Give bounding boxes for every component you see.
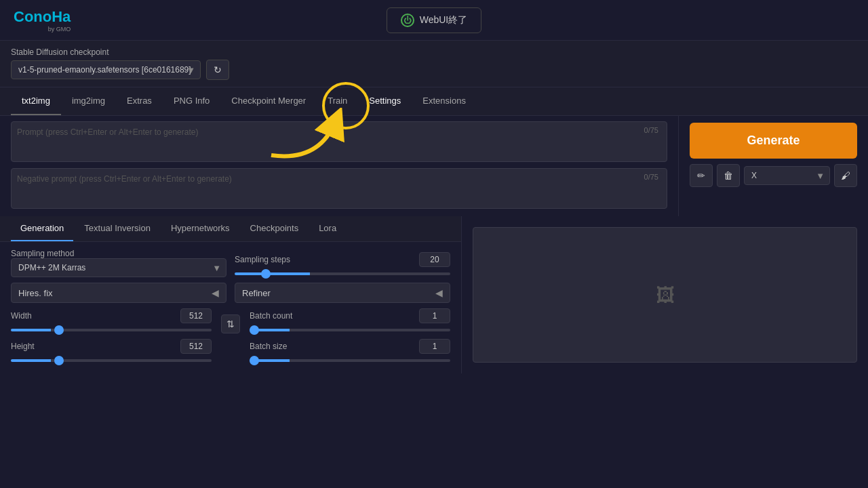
edit-icon: ✏: [697, 170, 705, 181]
width-batchcount-row: Width 512 ⇅ Batch count 1: [11, 308, 450, 333]
sampling-steps-value[interactable]: 20: [419, 252, 450, 267]
sampling-steps-group: Sampling steps 20: [235, 252, 450, 277]
height-batchsize-row: Height 512 Batch size 1: [11, 339, 450, 364]
style-select-wrapper: X ▼: [744, 166, 830, 185]
btab-checkpoints[interactable]: Checkpoints: [241, 216, 309, 241]
btab-textual-inversion[interactable]: Textual Inversion: [75, 216, 160, 241]
refiner-label: Refiner: [242, 288, 271, 298]
height-value[interactable]: 512: [180, 339, 212, 354]
batch-count-value[interactable]: 1: [419, 308, 450, 323]
batch-size-group: Batch size 1: [250, 339, 450, 364]
generate-button[interactable]: Generate: [690, 123, 857, 159]
style-select[interactable]: X: [744, 166, 830, 185]
width-value[interactable]: 512: [180, 308, 212, 323]
sampling-method-select[interactable]: DPM++ 2M Karras: [11, 258, 226, 277]
power-icon: ⏻: [401, 14, 414, 27]
webui-label: WebUI終了: [420, 14, 468, 26]
sampling-steps-slider[interactable]: [235, 272, 450, 275]
main-tabs-row: txt2img img2img Extras PNG Info Checkpoi…: [0, 87, 868, 116]
positive-prompt-counter: 0/75: [641, 125, 662, 135]
right-panel: Generate ✏ 🗑 X ▼ 🖌: [678, 116, 868, 216]
hires-fix-toggle-btn[interactable]: ◀: [212, 287, 219, 298]
hires-fix-toggle[interactable]: Hires. fix ◀: [11, 283, 226, 303]
width-group: Width 512: [11, 308, 212, 333]
refiner-toggle-btn[interactable]: ◀: [435, 287, 443, 298]
logo-conoha: ConoHa: [14, 8, 71, 25]
sampling-method-label: Sampling method: [11, 249, 226, 258]
batch-size-slider[interactable]: [250, 359, 450, 362]
batch-count-slider[interactable]: [250, 329, 450, 331]
tab-train[interactable]: Train: [317, 87, 358, 115]
tab-settings[interactable]: Settings: [358, 87, 412, 115]
batch-count-group: Batch count 1: [250, 308, 450, 333]
tab-checkpoint-merger[interactable]: Checkpoint Merger: [220, 87, 317, 115]
tab-png-info[interactable]: PNG Info: [163, 87, 220, 115]
negative-prompt-wrapper: 0/75: [11, 168, 667, 211]
swap-col: ⇅: [220, 314, 241, 333]
tab-txt2img[interactable]: txt2img: [11, 87, 61, 115]
refiner-group: Refiner ◀: [235, 283, 450, 303]
refiner-toggle[interactable]: Refiner ◀: [235, 283, 450, 303]
image-output-area: 🖼: [461, 216, 868, 373]
hires-refiner-row: Hires. fix ◀ Refiner ◀: [11, 283, 450, 303]
height-group: Height 512: [11, 339, 212, 364]
image-placeholder-icon: 🖼: [656, 284, 675, 306]
bottom-tabs: Generation Textual Inversion Hypernetwor…: [0, 216, 461, 242]
negative-prompt-counter: 0/75: [641, 172, 662, 182]
btab-hypernetworks[interactable]: Hypernetworks: [161, 216, 239, 241]
trash-icon: 🗑: [724, 170, 733, 181]
settings-left: Generation Textual Inversion Hypernetwor…: [0, 216, 461, 373]
sampling-row: Sampling method DPM++ 2M Karras ▼ Sampli…: [11, 249, 450, 277]
paint-button[interactable]: 🖌: [834, 164, 857, 187]
negative-prompt-input[interactable]: [11, 168, 667, 209]
height-label: Height: [11, 342, 35, 351]
hires-fix-group: Hires. fix ◀: [11, 283, 226, 303]
checkpoint-label: Stable Diffusion checkpoint: [11, 47, 229, 57]
refresh-icon: ↻: [214, 64, 222, 75]
webui-button[interactable]: ⏻ WebUI終了: [387, 7, 482, 33]
logo-bygmo: by GMO: [14, 26, 71, 33]
swap-button[interactable]: ⇅: [221, 314, 240, 333]
btab-generation[interactable]: Generation: [11, 216, 73, 241]
height-slider[interactable]: [11, 359, 212, 362]
width-slider[interactable]: [11, 329, 212, 331]
logo: ConoHa by GMO: [14, 8, 71, 33]
sampling-method-wrapper: DPM++ 2M Karras ▼: [11, 258, 226, 277]
width-label: Width: [11, 311, 32, 321]
bottom-content: Generation Textual Inversion Hypernetwor…: [0, 216, 868, 373]
checkpoint-select[interactable]: v1-5-pruned-emaonly.safetensors [6ce0161…: [11, 60, 201, 79]
batch-count-label: Batch count: [250, 311, 292, 321]
header: ConoHa by GMO ⏻ WebUI終了: [0, 0, 868, 41]
hires-fix-label: Hires. fix: [18, 288, 53, 298]
batch-size-label: Batch size: [250, 342, 287, 351]
generation-settings: Sampling method DPM++ 2M Karras ▼ Sampli…: [0, 242, 461, 371]
checkpoint-refresh-button[interactable]: ↻: [206, 60, 229, 80]
action-row: ✏ 🗑 X ▼ 🖌: [690, 164, 857, 187]
tab-extras[interactable]: Extras: [116, 87, 163, 115]
edit-button[interactable]: ✏: [690, 164, 713, 187]
sampling-method-group: Sampling method DPM++ 2M Karras ▼: [11, 249, 226, 277]
positive-prompt-wrapper: 0/75: [11, 121, 667, 164]
checkpoint-wrapper: v1-5-pruned-emaonly.safetensors [6ce0161…: [11, 60, 201, 79]
positive-prompt-input[interactable]: [11, 121, 667, 162]
paint-icon: 🖌: [841, 170, 850, 181]
tab-img2img[interactable]: img2img: [61, 87, 116, 115]
btab-lora[interactable]: Lora: [309, 216, 346, 241]
batch-size-value[interactable]: 1: [419, 339, 450, 354]
tab-extensions[interactable]: Extensions: [412, 87, 477, 115]
image-display: 🖼: [473, 227, 857, 363]
sampling-steps-label: Sampling steps: [235, 255, 290, 264]
checkpoint-area: Stable Diffusion checkpoint v1-5-pruned-…: [0, 41, 868, 87]
trash-button[interactable]: 🗑: [717, 164, 740, 187]
